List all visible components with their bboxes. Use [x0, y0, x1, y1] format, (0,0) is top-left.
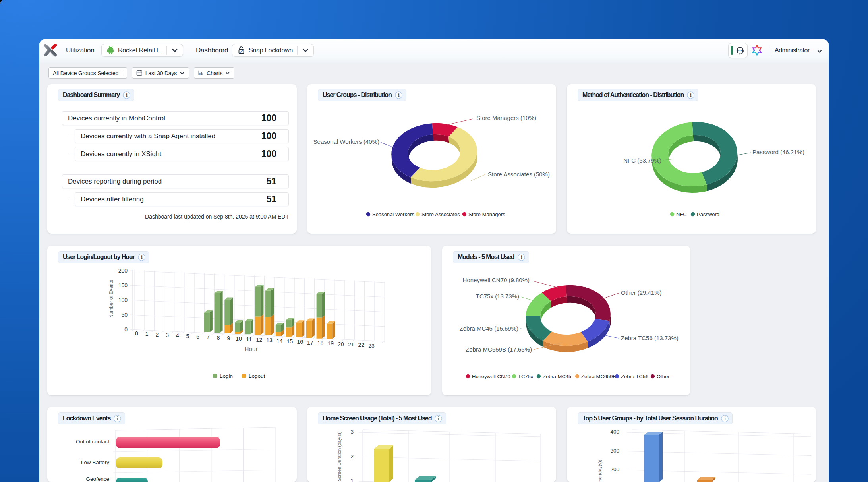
svg-text:12: 12 [256, 337, 263, 343]
svg-text:21: 21 [348, 341, 354, 348]
svg-text:7: 7 [207, 334, 210, 340]
svg-text:9: 9 [227, 335, 230, 341]
svg-text:Out of contact: Out of contact [76, 439, 109, 445]
svg-text:20: 20 [338, 341, 344, 347]
svg-text:Store Associates (50%): Store Associates (50%) [488, 171, 550, 178]
svg-text:Seasonal Workers: Seasonal Workers [372, 211, 414, 217]
svg-text:1: 1 [350, 478, 354, 482]
svg-text:Logout: Logout [249, 373, 265, 379]
svg-text:0: 0 [124, 326, 128, 333]
svg-text:4: 4 [176, 332, 179, 339]
svg-text:150: 150 [118, 282, 128, 288]
svg-text:Zebra MC659B (17.65%): Zebra MC659B (17.65%) [466, 346, 532, 353]
svg-text:2: 2 [156, 331, 159, 338]
svg-text:22: 22 [358, 342, 365, 348]
svg-text:23: 23 [368, 343, 375, 349]
svg-text:Store Managers: Store Managers [468, 211, 505, 217]
svg-text:TC75x: TC75x [518, 374, 534, 379]
svg-text:Zebra TC56 (13.73%): Zebra TC56 (13.73%) [621, 335, 679, 341]
svg-text:15: 15 [287, 338, 293, 345]
svg-text:NFC (53.79%): NFC (53.79%) [623, 157, 661, 164]
svg-text:Login: Login [220, 373, 233, 379]
svg-text:Store Associates: Store Associates [421, 211, 460, 217]
svg-text:14: 14 [276, 338, 283, 344]
svg-text:Screen Duration (day(s)): Screen Duration (day(s)) [337, 431, 342, 481]
svg-text:300: 300 [610, 448, 619, 454]
svg-text:0: 0 [135, 330, 138, 337]
svg-text:Zebra TC56: Zebra TC56 [621, 374, 648, 379]
svg-text:Password: Password [697, 211, 719, 217]
svg-text:17: 17 [307, 339, 313, 346]
svg-text:Seasonal Workers (40%): Seasonal Workers (40%) [313, 138, 379, 145]
svg-text:100: 100 [118, 297, 128, 303]
svg-text:400: 400 [610, 429, 619, 435]
svg-text:NFC: NFC [676, 211, 687, 217]
svg-text:19: 19 [328, 340, 334, 346]
svg-text:Honeywell CN70: Honeywell CN70 [472, 374, 510, 379]
svg-text:Store Managers (10%): Store Managers (10%) [476, 114, 536, 121]
svg-text:6: 6 [196, 333, 199, 340]
svg-text:Password (46.21%): Password (46.21%) [752, 149, 804, 155]
svg-text:2: 2 [350, 453, 354, 459]
svg-text:18: 18 [317, 340, 324, 346]
svg-text:Hour: Hour [244, 346, 258, 352]
svg-text:Zebra MC45 (15.69%): Zebra MC45 (15.69%) [460, 325, 518, 332]
svg-text:3: 3 [350, 429, 354, 435]
svg-text:3: 3 [166, 332, 169, 338]
svg-text:Zebra MC45: Zebra MC45 [543, 374, 571, 379]
svg-text:1: 1 [145, 331, 149, 337]
svg-text:200: 200 [118, 267, 128, 274]
svg-text:50: 50 [121, 312, 128, 318]
svg-text:Geofence: Geofence [86, 476, 109, 482]
svg-text:13: 13 [266, 337, 273, 343]
svg-text:Low Battery: Low Battery [81, 459, 110, 465]
svg-text:10: 10 [236, 335, 242, 342]
svg-text:Zebra MC659B: Zebra MC659B [581, 374, 616, 379]
svg-text:8: 8 [217, 335, 220, 341]
svg-text:Total Session Time (day(s)): Total Session Time (day(s)) [597, 459, 602, 482]
svg-text:Other: Other [657, 374, 670, 379]
svg-text:TC75x (13.73%): TC75x (13.73%) [476, 293, 519, 300]
svg-text:16: 16 [297, 339, 303, 345]
svg-text:5: 5 [186, 333, 189, 339]
svg-text:Other (29.41%): Other (29.41%) [621, 289, 662, 296]
svg-text:Honeywell CN70 (9.80%): Honeywell CN70 (9.80%) [463, 277, 530, 283]
svg-text:11: 11 [246, 336, 252, 343]
svg-text:Number of Events: Number of Events [108, 280, 114, 318]
svg-text:200: 200 [610, 467, 619, 472]
